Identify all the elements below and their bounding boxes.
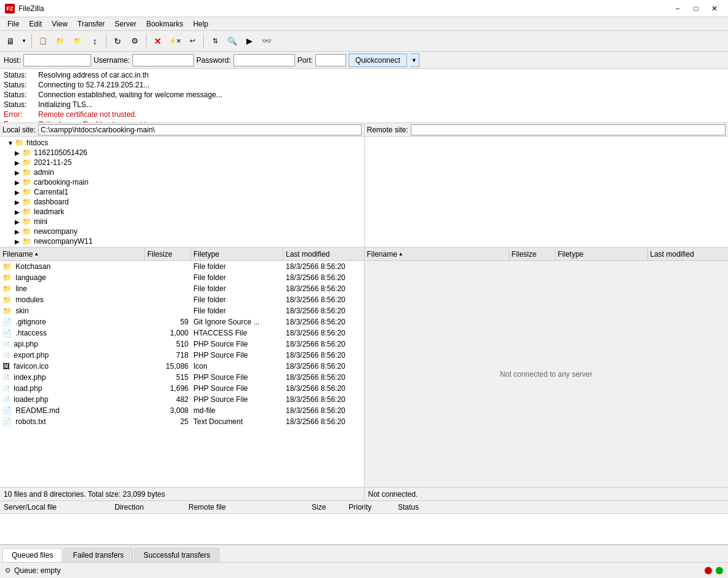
table-row[interactable]: 📄 index.php 515 PHP Source File 18/3/256… <box>0 372 364 383</box>
table-row[interactable]: 📁 language File folder 18/3/2566 8:56:20 <box>0 272 364 283</box>
file-name: 📁 line <box>0 284 145 293</box>
table-row[interactable]: 📄 README.md 3,008 md-file 18/3/2566 8:56… <box>0 405 364 416</box>
toggle-remote-tree-button[interactable]: 📁 <box>70 33 86 49</box>
menu-file[interactable]: File <box>2 18 24 30</box>
expand-icon[interactable]: ▶ <box>15 150 22 156</box>
local-file-list-body[interactable]: 📁 Kotchasan File folder 18/3/2566 8:56:2… <box>0 261 364 487</box>
remote-site-path[interactable] <box>411 124 726 135</box>
username-input[interactable] <box>132 54 194 66</box>
col-header-filesize[interactable]: Filesize <box>145 247 191 260</box>
host-input[interactable] <box>23 54 91 66</box>
menu-edit[interactable]: Edit <box>24 18 47 30</box>
maximize-button[interactable]: □ <box>687 2 705 15</box>
table-row[interactable]: 📁 modules File folder 18/3/2566 8:56:20 <box>0 294 364 305</box>
tree-item-2021-11-25[interactable]: ▶ 2021-11-25 <box>1 158 363 167</box>
close-button[interactable]: ✕ <box>706 2 723 15</box>
col-header-remote-filesize[interactable]: Filesize <box>509 247 556 260</box>
toggle-message-log-button[interactable]: 📋 <box>35 33 51 49</box>
tab-failed-transfers[interactable]: Failed transfers <box>63 548 133 562</box>
file-type-icon: 📄 <box>2 318 12 326</box>
quickconnect-button[interactable]: Quickconnect <box>349 54 407 67</box>
folder-icon <box>22 178 31 187</box>
col-header-filetype[interactable]: Filetype <box>191 247 283 260</box>
col-header-remote-modified[interactable]: Last modified <box>648 247 729 260</box>
tree-item-1162105051426[interactable]: ▶ 1162105051426 <box>1 148 363 158</box>
queue-header: Server/Local file Direction Remote file … <box>0 500 728 514</box>
expand-icon[interactable]: ▶ <box>15 209 22 215</box>
file-modified: 18/3/2566 8:56:20 <box>283 384 364 393</box>
expand-icon[interactable]: ▼ <box>7 140 15 147</box>
table-row[interactable]: 📄 api.php 510 PHP Source File 18/3/2566 … <box>0 339 364 350</box>
col-header-remote-filename[interactable]: Filename ▲ <box>365 247 509 260</box>
file-name: 📄 .gitignore <box>0 318 145 326</box>
table-row[interactable]: 🖼 favicon.ico 15,086 Icon 18/3/2566 8:56… <box>0 361 364 372</box>
minimize-button[interactable]: − <box>669 2 686 15</box>
file-type: Icon <box>191 362 283 371</box>
folder-icon <box>22 148 31 157</box>
filter-button[interactable]: ⚙ <box>127 33 143 49</box>
expand-icon[interactable]: ▶ <box>15 199 22 206</box>
password-input[interactable] <box>233 54 295 66</box>
expand-icon[interactable]: ▶ <box>15 179 22 186</box>
expand-icon[interactable]: ▶ <box>15 219 22 225</box>
tab-successful-transfers[interactable]: Successful transfers <box>134 548 219 562</box>
col-header-filename[interactable]: Filename ▲ <box>0 247 145 260</box>
file-type-icon: 📄 <box>2 395 10 404</box>
table-row[interactable]: 📄 .htaccess 1,000 HTACCESS File 18/3/256… <box>0 327 364 339</box>
toolbar: 🖥 ▼ 📋 📁 📁 ↕ ↻ ⚙ ✕ ⚡✕ ↩ ⇅ 🔍 ▶ 👓 <box>0 31 728 52</box>
remote-status-bar: Not connected. <box>365 487 729 500</box>
port-input[interactable] <box>315 54 346 66</box>
reconnect-button[interactable]: ↩ <box>184 33 200 49</box>
folder-icon <box>22 227 31 236</box>
table-row[interactable]: 📄 .gitignore 59 Git Ignore Source ... 18… <box>0 316 364 327</box>
search-button[interactable]: 🔍 <box>224 33 240 49</box>
folder-icon <box>22 237 31 246</box>
col-header-modified[interactable]: Last modified <box>283 247 364 260</box>
table-row[interactable]: 📄 export.php 718 PHP Source File 18/3/25… <box>0 350 364 361</box>
expand-icon[interactable]: ▶ <box>15 238 22 245</box>
table-row[interactable]: 📄 robots.txt 25 Text Document 18/3/2566 … <box>0 416 364 427</box>
speedlimits-button[interactable]: 👓 <box>259 33 275 49</box>
menu-server[interactable]: Server <box>110 18 141 30</box>
expand-icon[interactable]: ▶ <box>15 169 22 176</box>
site-manager-dropdown[interactable]: ▼ <box>20 33 28 49</box>
tree-item-dashboard[interactable]: ▶ dashboard <box>1 197 363 207</box>
local-tree[interactable]: ▼ htdocs ▶ 1162105051426 ▶ 2021-11-25 ▶ <box>0 137 364 247</box>
table-row[interactable]: 📄 loader.php 482 PHP Source File 18/3/25… <box>0 394 364 405</box>
table-row[interactable]: 📁 Kotchasan File folder 18/3/2566 8:56:2… <box>0 261 364 272</box>
quickconnect-dropdown[interactable]: ▼ <box>410 54 419 67</box>
tree-item-newcompany[interactable]: ▶ newcompany <box>1 227 363 236</box>
menubar: File Edit View Transfer Server Bookmarks… <box>0 17 728 31</box>
tree-item-newcompanyW11[interactable]: ▶ newcompanyW11 <box>1 236 363 246</box>
toggle-queue-button[interactable]: ↕ <box>87 33 103 49</box>
toggle-local-tree-button[interactable]: 📁 <box>52 33 68 49</box>
open-site-manager-button[interactable]: 🖥 <box>2 33 18 49</box>
tree-item-mini[interactable]: ▶ mini <box>1 217 363 227</box>
tab-queued-files[interactable]: Queued files <box>2 548 62 563</box>
tree-label: mini <box>34 217 47 226</box>
compare-dirs-button[interactable]: ⇅ <box>207 33 223 49</box>
table-row[interactable]: 📁 skin File folder 18/3/2566 8:56:20 <box>0 305 364 316</box>
expand-icon[interactable]: ▶ <box>15 189 22 196</box>
col-header-remote-filetype[interactable]: Filetype <box>556 247 648 260</box>
file-type-icon: 📄 <box>2 329 12 337</box>
local-site-path[interactable] <box>38 124 361 135</box>
disconnect-button[interactable]: ⚡✕ <box>167 33 183 49</box>
menu-view[interactable]: View <box>47 18 73 30</box>
tree-item-admin[interactable]: ▶ admin <box>1 167 363 177</box>
tree-item-carbooking-main[interactable]: ▶ carbooking-main <box>1 177 363 187</box>
expand-icon[interactable]: ▶ <box>15 159 22 166</box>
tree-item-Carrental1[interactable]: ▶ Carrental1 <box>1 187 363 197</box>
cancel-button[interactable]: ✕ <box>150 33 166 49</box>
process-queue-button[interactable]: ▶ <box>241 33 257 49</box>
tree-item-htdocs[interactable]: ▼ htdocs <box>1 138 363 148</box>
refresh-button[interactable]: ↻ <box>110 33 126 49</box>
tree-item-leadmark[interactable]: ▶ leadmark <box>1 207 363 217</box>
table-row[interactable]: 📄 load.php 1,696 PHP Source File 18/3/25… <box>0 383 364 394</box>
table-row[interactable]: 📁 line File folder 18/3/2566 8:56:20 <box>0 283 364 294</box>
file-name: 📁 language <box>0 273 145 282</box>
menu-transfer[interactable]: Transfer <box>73 18 110 30</box>
menu-bookmarks[interactable]: Bookmarks <box>141 18 188 30</box>
expand-icon[interactable]: ▶ <box>15 228 22 235</box>
menu-help[interactable]: Help <box>188 18 213 30</box>
